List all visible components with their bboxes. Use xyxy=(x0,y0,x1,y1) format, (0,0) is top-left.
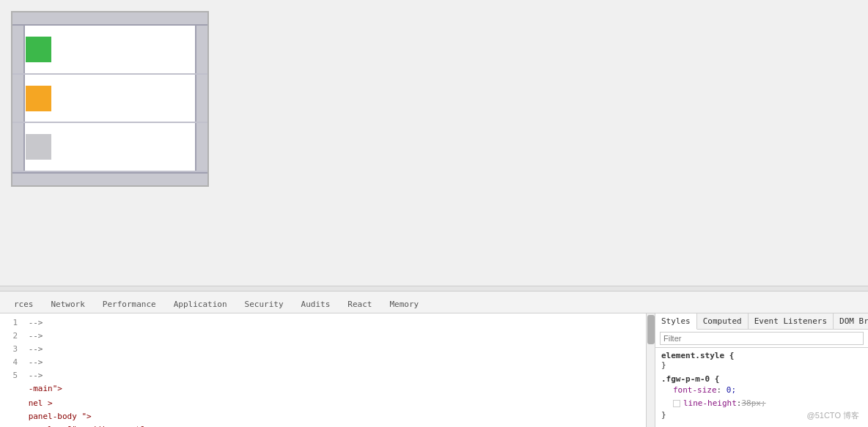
style-rule-element: element.style { } xyxy=(661,351,862,370)
rack-item-green xyxy=(26,37,51,62)
devtools-content: 1 --> 2 --> 3 --> 4 --> 5 --> -main"> xyxy=(0,313,868,427)
style-prop-checkbox[interactable] xyxy=(673,400,680,407)
styles-panel: Styles Computed Event Listeners DOM Brea… xyxy=(655,313,868,427)
devtools-panel: rces Network Performance Application Sec… xyxy=(0,292,868,427)
rack-item-orange xyxy=(26,86,51,111)
html-panel-scrollbar[interactable] xyxy=(646,313,655,427)
styles-tab-bar: Styles Computed Event Listeners DOM Brea… xyxy=(655,313,868,330)
tab-network[interactable]: Network xyxy=(43,295,93,313)
tab-computed[interactable]: Computed xyxy=(697,313,749,329)
styles-filter-area xyxy=(655,330,868,348)
tab-sources[interactable]: rces xyxy=(6,295,42,313)
rack-bottom-bar xyxy=(12,172,207,185)
style-prop-line-height: line-height: 38px; xyxy=(661,397,862,410)
html-line-8: panel-body "> xyxy=(6,410,649,423)
style-selector-fgw: .fgw-p-m-0 { xyxy=(661,374,862,384)
html-line-4: 4 --> xyxy=(6,356,649,369)
rack-row-1 xyxy=(12,26,207,75)
html-line-6: -main"> xyxy=(6,382,649,396)
html-panel-scroll-thumb[interactable] xyxy=(647,315,655,344)
tab-performance[interactable]: Performance xyxy=(95,295,164,313)
styles-filter-input[interactable] xyxy=(660,332,864,345)
devtools-tab-bar: rces Network Performance Application Sec… xyxy=(0,292,868,313)
rack-row-2 xyxy=(12,75,207,124)
tab-dom-breakpoints[interactable]: DOM Breakpoint xyxy=(834,313,868,329)
tab-audits[interactable]: Audits xyxy=(293,295,339,313)
style-prop-font-size: font-size: 0; xyxy=(661,384,862,397)
tab-memory[interactable]: Memory xyxy=(381,295,427,313)
rack-item-gray xyxy=(26,134,51,160)
style-rule-close-1: } xyxy=(661,360,862,370)
html-line-1: 1 --> xyxy=(6,316,649,330)
panel-separator xyxy=(0,286,868,292)
html-line-9: panel-m-0"> </div> == $0 xyxy=(6,423,649,427)
html-line-5: 5 --> xyxy=(6,369,649,382)
rack-top-bar xyxy=(12,12,207,26)
tab-application[interactable]: Application xyxy=(166,295,235,313)
html-line-2: 2 --> xyxy=(6,330,649,343)
tab-react[interactable]: React xyxy=(339,295,380,313)
tab-event-listeners[interactable]: Event Listeners xyxy=(749,313,834,329)
rack-widget xyxy=(11,11,209,187)
html-panel: 1 --> 2 --> 3 --> 4 --> 5 --> -main"> xyxy=(0,313,655,427)
rack-row-3 xyxy=(12,123,207,172)
html-line-3: 3 --> xyxy=(6,343,649,356)
html-line-7: nel > xyxy=(6,397,649,410)
tab-security[interactable]: Security xyxy=(237,295,292,313)
preview-area xyxy=(0,0,868,286)
tab-styles[interactable]: Styles xyxy=(655,313,697,330)
style-selector-element: element.style { xyxy=(661,351,862,360)
watermark: @51CTO 博客 xyxy=(807,410,859,421)
